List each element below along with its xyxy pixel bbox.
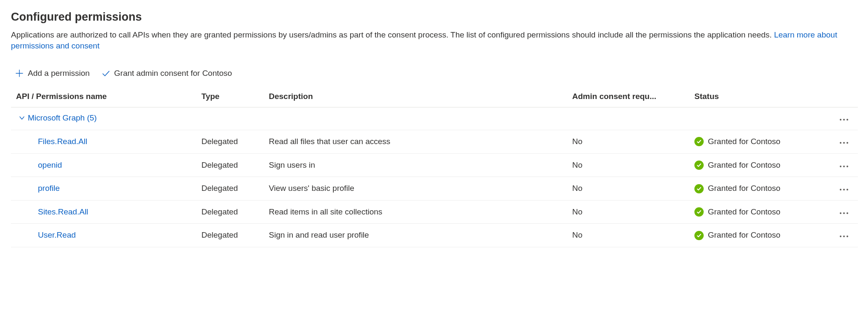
col-header-status[interactable]: Status bbox=[689, 87, 833, 107]
permission-type: Delegated bbox=[196, 177, 264, 201]
checkmark-icon bbox=[102, 69, 110, 78]
svg-point-12 bbox=[840, 212, 841, 214]
permission-type: Delegated bbox=[196, 130, 264, 154]
permission-status-text: Granted for Contoso bbox=[708, 183, 780, 194]
page-subtitle: Applications are authorized to call APIs… bbox=[11, 29, 854, 52]
table-header-row: API / Permissions name Type Description … bbox=[11, 87, 858, 107]
col-header-api[interactable]: API / Permissions name bbox=[11, 87, 196, 107]
col-header-description[interactable]: Description bbox=[264, 87, 567, 107]
permission-description: Read items in all site collections bbox=[264, 200, 567, 224]
svg-point-5 bbox=[847, 142, 848, 144]
check-circle-icon bbox=[694, 184, 704, 193]
permission-type: Delegated bbox=[196, 153, 264, 177]
svg-point-2 bbox=[847, 119, 848, 121]
row-more-button[interactable] bbox=[838, 187, 850, 193]
svg-point-3 bbox=[840, 142, 841, 144]
svg-point-16 bbox=[843, 236, 845, 237]
permission-name-link[interactable]: openid bbox=[38, 161, 62, 169]
col-header-actions bbox=[833, 87, 858, 107]
permission-status: Granted for Contoso bbox=[694, 160, 828, 171]
row-more-button[interactable] bbox=[838, 140, 850, 146]
permission-name-link[interactable]: profile bbox=[38, 184, 60, 193]
col-header-type[interactable]: Type bbox=[196, 87, 264, 107]
svg-point-13 bbox=[843, 212, 845, 214]
permission-consent: No bbox=[567, 130, 689, 154]
svg-point-6 bbox=[840, 166, 841, 167]
group-more-button[interactable] bbox=[838, 117, 850, 123]
permission-name-link[interactable]: Sites.Read.All bbox=[38, 207, 88, 216]
permission-status-text: Granted for Contoso bbox=[708, 206, 780, 218]
svg-point-10 bbox=[843, 189, 845, 190]
table-row: Files.Read.All Delegated Read all files … bbox=[11, 130, 858, 154]
permission-status: Granted for Contoso bbox=[694, 136, 828, 147]
svg-point-8 bbox=[847, 166, 848, 167]
col-header-consent[interactable]: Admin consent requ... bbox=[567, 87, 689, 107]
svg-point-9 bbox=[840, 189, 841, 190]
permission-description: Sign users in bbox=[264, 153, 567, 177]
table-row: Sites.Read.All Delegated Read items in a… bbox=[11, 200, 858, 224]
subtitle-text: Applications are authorized to call APIs… bbox=[11, 30, 774, 39]
permission-status: Granted for Contoso bbox=[694, 206, 828, 218]
page-title: Configured permissions bbox=[11, 9, 857, 25]
table-row: User.Read Delegated Sign in and read use… bbox=[11, 224, 858, 247]
svg-point-7 bbox=[843, 166, 845, 167]
plus-icon bbox=[15, 69, 24, 78]
permissions-table: API / Permissions name Type Description … bbox=[11, 87, 858, 247]
svg-point-0 bbox=[840, 119, 841, 121]
permission-status-text: Granted for Contoso bbox=[708, 160, 780, 171]
check-circle-icon bbox=[694, 231, 704, 240]
permission-status: Granted for Contoso bbox=[694, 183, 828, 194]
svg-point-11 bbox=[847, 189, 848, 190]
api-group-row[interactable]: Microsoft Graph (5) bbox=[11, 107, 858, 130]
svg-point-14 bbox=[847, 212, 848, 214]
grant-consent-button[interactable]: Grant admin consent for Contoso bbox=[101, 66, 233, 81]
permission-consent: No bbox=[567, 200, 689, 224]
permission-name-link[interactable]: User.Read bbox=[38, 230, 76, 239]
grant-consent-label: Grant admin consent for Contoso bbox=[114, 68, 232, 79]
permission-consent: No bbox=[567, 153, 689, 177]
permission-name-link[interactable]: Files.Read.All bbox=[38, 137, 87, 146]
check-circle-icon bbox=[694, 161, 704, 170]
svg-point-15 bbox=[840, 236, 841, 237]
api-group-label: Microsoft Graph (5) bbox=[28, 112, 97, 124]
api-group-toggle[interactable]: Microsoft Graph (5) bbox=[19, 112, 97, 124]
table-row: profile Delegated View users' basic prof… bbox=[11, 177, 858, 201]
permission-status-text: Granted for Contoso bbox=[708, 230, 780, 241]
svg-point-4 bbox=[843, 142, 845, 144]
svg-point-1 bbox=[843, 119, 845, 121]
row-more-button[interactable] bbox=[838, 163, 850, 169]
chevron-down-icon bbox=[19, 115, 25, 121]
permission-type: Delegated bbox=[196, 200, 264, 224]
permission-status-text: Granted for Contoso bbox=[708, 136, 780, 147]
add-permission-button[interactable]: Add a permission bbox=[14, 66, 91, 81]
svg-point-17 bbox=[847, 236, 848, 237]
permission-description: View users' basic profile bbox=[264, 177, 567, 201]
permission-consent: No bbox=[567, 224, 689, 247]
permission-type: Delegated bbox=[196, 224, 264, 247]
add-permission-label: Add a permission bbox=[28, 68, 90, 79]
row-more-button[interactable] bbox=[838, 233, 850, 239]
permission-status: Granted for Contoso bbox=[694, 230, 828, 241]
check-circle-icon bbox=[694, 137, 704, 146]
permission-description: Sign in and read user profile bbox=[264, 224, 567, 247]
table-row: openid Delegated Sign users in No Grante… bbox=[11, 153, 858, 177]
toolbar: Add a permission Grant admin consent for… bbox=[11, 64, 857, 87]
check-circle-icon bbox=[694, 207, 704, 217]
permission-consent: No bbox=[567, 177, 689, 201]
row-more-button[interactable] bbox=[838, 210, 850, 216]
permission-description: Read all files that user can access bbox=[264, 130, 567, 154]
